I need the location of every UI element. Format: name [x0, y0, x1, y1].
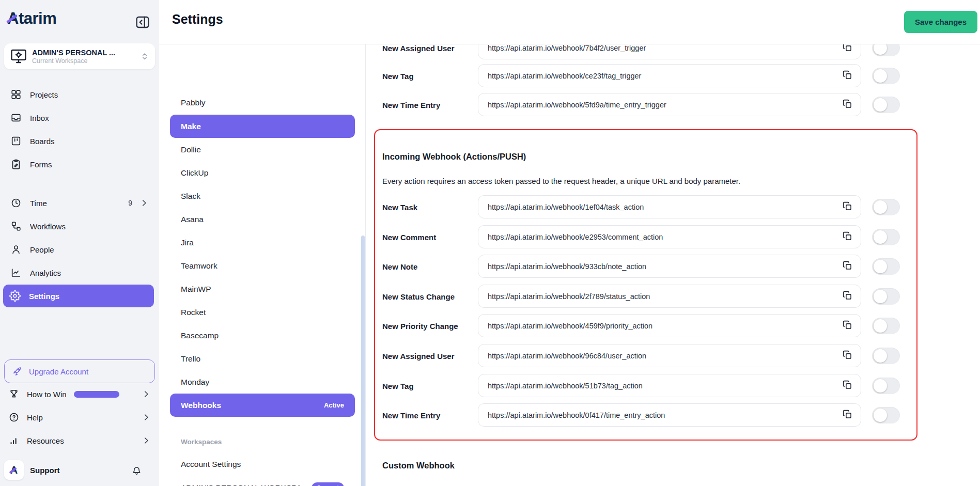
workspace-link-account-settings[interactable]: Account Settings	[170, 453, 355, 476]
integration-item-slack[interactable]: Slack	[170, 184, 355, 208]
webhook-url-input[interactable]	[478, 225, 861, 248]
webhook-url-input[interactable]	[478, 93, 861, 116]
help-label: Help	[27, 413, 43, 422]
webhook-toggle[interactable]	[872, 97, 900, 113]
webhook-url-input[interactable]	[478, 344, 861, 367]
webhook-row-new-assigned-user-action: New Assigned User	[366, 344, 980, 367]
copy-url-button[interactable]	[839, 44, 855, 56]
bar-chart-icon	[8, 435, 20, 446]
webhook-url-input[interactable]	[478, 374, 861, 397]
integration-item-rocket[interactable]: Rocket	[170, 301, 355, 324]
copy-url-button[interactable]	[839, 259, 855, 274]
webhook-toggle[interactable]	[872, 258, 900, 275]
integration-label: Trello	[181, 354, 200, 364]
sidebar-item-support[interactable]: A Support	[4, 459, 155, 481]
workspace-subtitle: Current Workspace	[32, 57, 115, 65]
copy-url-button[interactable]	[839, 407, 855, 423]
copy-url-button[interactable]	[839, 229, 855, 245]
integration-item-webhooks[interactable]: Webhooks Active	[170, 394, 355, 417]
webhook-toggle[interactable]	[872, 68, 900, 84]
select-chevrons-icon	[139, 51, 150, 61]
webhook-row-label: New Time Entry	[382, 411, 475, 419]
sidebar-item-how-to-win[interactable]: How to Win	[4, 383, 155, 405]
webhook-row-new-tag-action: New Tag	[366, 374, 980, 397]
webhook-row-new-task-action: New Task	[366, 195, 980, 218]
webhook-url-input[interactable]	[478, 64, 861, 87]
webhook-toggle[interactable]	[872, 378, 900, 394]
incoming-webhook-section-description: Every action requires an access token pa…	[382, 177, 740, 185]
webhook-row-label: New Time Entry	[382, 100, 475, 109]
integration-item-dollie[interactable]: Dollie	[170, 138, 355, 161]
webhook-row-new-time-entry-action: New Time Entry	[366, 403, 980, 427]
copy-url-button[interactable]	[839, 318, 855, 334]
webhook-url-input[interactable]	[478, 314, 861, 337]
sidebar-item-resources[interactable]: Resources	[4, 429, 155, 452]
sidebar-item-label: Workflows	[30, 222, 66, 231]
integration-item-asana[interactable]: Asana	[170, 208, 355, 231]
integration-item-make[interactable]: Make	[170, 115, 355, 138]
integration-item-teamwork[interactable]: Teamwork	[170, 254, 355, 277]
sidebar-item-settings[interactable]: Settings	[3, 285, 154, 307]
copy-url-button[interactable]	[839, 289, 855, 304]
integration-item-basecamp[interactable]: Basecamp	[170, 324, 355, 347]
webhook-url-input[interactable]	[478, 403, 861, 427]
integration-item-monday[interactable]: Monday	[170, 370, 355, 394]
sidebar-item-label: Projects	[30, 90, 58, 99]
webhook-url-input[interactable]	[478, 44, 861, 59]
integration-label: Make	[181, 122, 201, 131]
sidebar-item-inbox[interactable]: Inbox	[4, 106, 155, 129]
integration-label: ClickUp	[181, 168, 208, 178]
clock-icon	[10, 197, 22, 209]
integration-label: Basecamp	[181, 331, 219, 340]
webhook-row-label: New Tag	[382, 381, 475, 390]
webhook-url-input[interactable]	[478, 195, 861, 218]
webhook-url-input[interactable]	[478, 285, 861, 308]
integration-item-trello[interactable]: Trello	[170, 347, 355, 370]
workspace-selector[interactable]: ADMIN'S PERSONAL ... Current Workspace	[4, 43, 155, 69]
copy-url-button[interactable]	[839, 348, 855, 364]
sidebar-item-boards[interactable]: Boards	[4, 130, 155, 152]
inbox-icon	[10, 112, 22, 123]
sidebar-item-people[interactable]: People	[4, 238, 155, 261]
sidebar: Atarim ADMIN'S PERSONAL ... Current Work…	[0, 0, 159, 486]
sidebar-item-forms[interactable]: Forms	[4, 153, 155, 176]
copy-url-button[interactable]	[839, 97, 855, 113]
toggle-knob	[874, 98, 887, 112]
sidebar-item-projects[interactable]: Projects	[4, 83, 155, 106]
webhook-toggle[interactable]	[872, 229, 900, 245]
active-badge: Active	[324, 401, 344, 409]
panel-scrollbar-thumb[interactable]	[361, 236, 365, 486]
sidebar-item-analytics[interactable]: Analytics	[4, 261, 155, 284]
integration-item-pabbly[interactable]: Pabbly	[170, 91, 355, 114]
sidebar-item-label: Time	[30, 199, 47, 208]
toggle-knob	[874, 319, 887, 333]
webhook-toggle[interactable]	[872, 407, 900, 424]
webhook-toggle[interactable]	[872, 44, 900, 56]
how-to-win-label: How to Win	[27, 390, 67, 399]
webhook-toggle[interactable]	[872, 199, 900, 215]
integration-item-clickup[interactable]: ClickUp	[170, 161, 355, 184]
workspace-name: ADMIN'S PERSONAL ...	[32, 49, 115, 57]
webhook-toggle[interactable]	[872, 348, 900, 364]
webhook-toggle[interactable]	[872, 318, 900, 334]
workspace-link-label: Account Settings	[181, 460, 241, 469]
sidebar-item-help[interactable]: Help	[4, 406, 155, 429]
sidebar-item-time[interactable]: Time 9	[4, 192, 155, 214]
workspace-link-admins-personal[interactable]: ADMIN'S PERSONAL WORKSPA... Current	[170, 477, 355, 486]
copy-url-button[interactable]	[839, 68, 855, 84]
save-changes-button[interactable]: Save changes	[904, 11, 977, 33]
copy-url-button[interactable]	[839, 378, 855, 394]
sidebar-collapse-button[interactable]	[134, 14, 151, 30]
upgrade-account-button[interactable]: Upgrade Account	[4, 359, 155, 383]
integration-label: Webhooks	[181, 401, 221, 410]
notifications-bell-icon[interactable]	[131, 464, 143, 476]
chevron-right-icon	[142, 413, 151, 422]
webhook-url-input[interactable]	[478, 255, 861, 278]
copy-url-button[interactable]	[839, 199, 855, 215]
sidebar-item-workflows[interactable]: Workflows	[4, 215, 155, 238]
integration-label: MainWP	[181, 285, 211, 294]
integration-item-jira[interactable]: Jira	[170, 231, 355, 254]
custom-webhook-section-title: Custom Webhook	[382, 461, 455, 471]
integration-item-mainwp[interactable]: MainWP	[170, 277, 355, 301]
webhook-toggle[interactable]	[872, 288, 900, 305]
